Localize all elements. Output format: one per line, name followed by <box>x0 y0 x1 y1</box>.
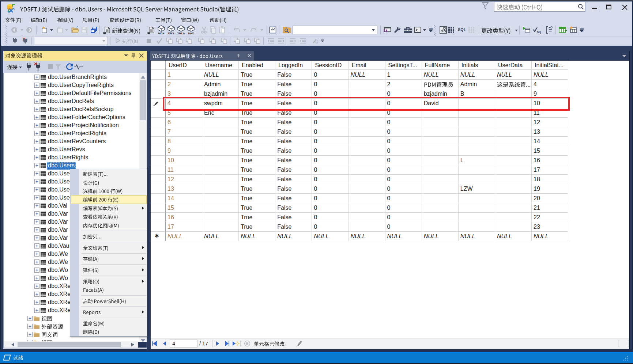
svg-text:@: @ <box>314 39 319 43</box>
svg-text:SQL: SQL <box>537 30 541 34</box>
